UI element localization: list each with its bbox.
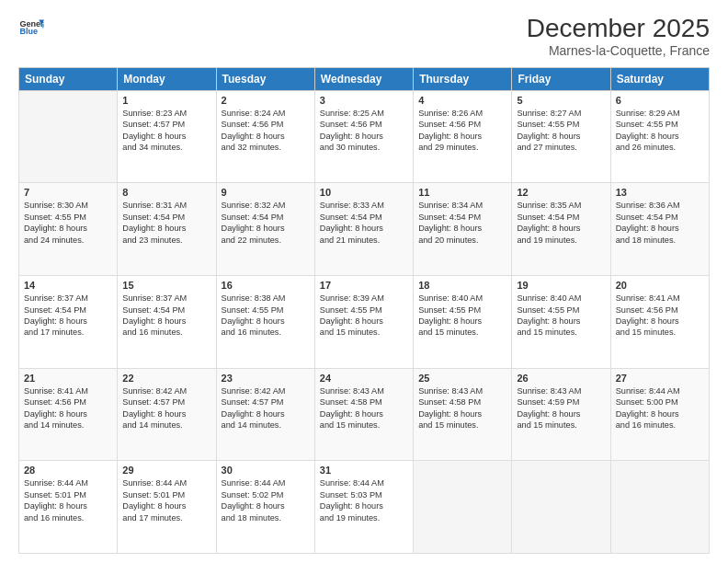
- cell-content: Sunrise: 8:27 AMSunset: 4:55 PMDaylight:…: [517, 108, 605, 154]
- cell-content: Sunrise: 8:43 AMSunset: 4:58 PMDaylight:…: [320, 385, 408, 431]
- calendar-cell: 25Sunrise: 8:43 AMSunset: 4:58 PMDayligh…: [414, 368, 512, 461]
- day-number: 9: [222, 187, 310, 198]
- cell-content: Sunrise: 8:32 AMSunset: 4:54 PMDaylight:…: [222, 200, 310, 246]
- week-row-1: 1Sunrise: 8:23 AMSunset: 4:57 PMDaylight…: [19, 90, 710, 183]
- day-number: 15: [122, 280, 210, 291]
- calendar-cell: [610, 461, 709, 554]
- cell-content: Sunrise: 8:37 AMSunset: 4:54 PMDaylight:…: [122, 293, 210, 339]
- cell-content: Sunrise: 8:24 AMSunset: 4:56 PMDaylight:…: [222, 108, 310, 154]
- calendar-cell: 10Sunrise: 8:33 AMSunset: 4:54 PMDayligh…: [314, 183, 413, 276]
- day-number: 22: [122, 373, 210, 384]
- day-header-saturday: Saturday: [610, 67, 709, 90]
- cell-content: Sunrise: 8:43 AMSunset: 4:58 PMDaylight:…: [418, 385, 506, 431]
- cell-content: Sunrise: 8:44 AMSunset: 5:03 PMDaylight:…: [320, 477, 408, 523]
- month-title: December 2025: [527, 15, 710, 43]
- calendar-cell: 24Sunrise: 8:43 AMSunset: 4:58 PMDayligh…: [314, 368, 413, 461]
- cell-content: Sunrise: 8:37 AMSunset: 4:54 PMDaylight:…: [24, 293, 112, 339]
- cell-content: Sunrise: 8:42 AMSunset: 4:57 PMDaylight:…: [222, 385, 310, 431]
- calendar-cell: 4Sunrise: 8:26 AMSunset: 4:56 PMDaylight…: [414, 90, 512, 183]
- cell-content: Sunrise: 8:30 AMSunset: 4:55 PMDaylight:…: [24, 200, 112, 246]
- calendar-cell: 17Sunrise: 8:39 AMSunset: 4:55 PMDayligh…: [314, 276, 413, 369]
- cell-content: Sunrise: 8:43 AMSunset: 4:59 PMDaylight:…: [517, 385, 605, 431]
- calendar-cell: [19, 90, 118, 183]
- cell-content: Sunrise: 8:25 AMSunset: 4:56 PMDaylight:…: [320, 108, 408, 154]
- calendar-cell: 21Sunrise: 8:41 AMSunset: 4:56 PMDayligh…: [19, 368, 118, 461]
- week-row-3: 14Sunrise: 8:37 AMSunset: 4:54 PMDayligh…: [19, 276, 710, 369]
- day-number: 16: [222, 280, 310, 291]
- day-number: 26: [517, 373, 605, 384]
- calendar-cell: 5Sunrise: 8:27 AMSunset: 4:55 PMDaylight…: [512, 90, 610, 183]
- calendar-cell: 18Sunrise: 8:40 AMSunset: 4:55 PMDayligh…: [414, 276, 512, 369]
- location: Marnes-la-Coquette, France: [527, 43, 710, 58]
- day-number: 1: [122, 95, 210, 106]
- header-row: SundayMondayTuesdayWednesdayThursdayFrid…: [19, 67, 710, 90]
- cell-content: Sunrise: 8:44 AMSunset: 5:02 PMDaylight:…: [222, 477, 310, 523]
- calendar-cell: 28Sunrise: 8:44 AMSunset: 5:01 PMDayligh…: [19, 461, 118, 554]
- day-header-thursday: Thursday: [414, 67, 512, 90]
- day-number: 23: [222, 373, 310, 384]
- day-number: 20: [616, 280, 704, 291]
- calendar-cell: 31Sunrise: 8:44 AMSunset: 5:03 PMDayligh…: [314, 461, 413, 554]
- day-number: 6: [616, 95, 704, 106]
- logo: General Blue: [18, 15, 44, 40]
- cell-content: Sunrise: 8:41 AMSunset: 4:56 PMDaylight:…: [24, 385, 112, 431]
- calendar-cell: 7Sunrise: 8:30 AMSunset: 4:55 PMDaylight…: [19, 183, 118, 276]
- day-number: 25: [418, 373, 506, 384]
- cell-content: Sunrise: 8:44 AMSunset: 5:01 PMDaylight:…: [122, 477, 210, 523]
- cell-content: Sunrise: 8:23 AMSunset: 4:57 PMDaylight:…: [122, 108, 210, 154]
- day-number: 3: [320, 95, 408, 106]
- calendar-cell: 8Sunrise: 8:31 AMSunset: 4:54 PMDaylight…: [118, 183, 216, 276]
- cell-content: Sunrise: 8:40 AMSunset: 4:55 PMDaylight:…: [418, 293, 506, 339]
- calendar-cell: 15Sunrise: 8:37 AMSunset: 4:54 PMDayligh…: [118, 276, 216, 369]
- week-row-4: 21Sunrise: 8:41 AMSunset: 4:56 PMDayligh…: [19, 368, 710, 461]
- calendar-cell: [512, 461, 610, 554]
- calendar-cell: 1Sunrise: 8:23 AMSunset: 4:57 PMDaylight…: [118, 90, 216, 183]
- cell-content: Sunrise: 8:33 AMSunset: 4:54 PMDaylight:…: [320, 200, 408, 246]
- calendar-cell: 6Sunrise: 8:29 AMSunset: 4:55 PMDaylight…: [610, 90, 709, 183]
- calendar-cell: 13Sunrise: 8:36 AMSunset: 4:54 PMDayligh…: [610, 183, 709, 276]
- day-number: 18: [418, 280, 506, 291]
- day-number: 21: [24, 373, 112, 384]
- header: General Blue December 2025 Marnes-la-Coq…: [18, 15, 710, 58]
- logo-icon: General Blue: [18, 15, 44, 40]
- cell-content: Sunrise: 8:44 AMSunset: 5:00 PMDaylight:…: [616, 385, 704, 431]
- calendar-cell: 14Sunrise: 8:37 AMSunset: 4:54 PMDayligh…: [19, 276, 118, 369]
- calendar-cell: 16Sunrise: 8:38 AMSunset: 4:55 PMDayligh…: [216, 276, 314, 369]
- calendar-cell: 23Sunrise: 8:42 AMSunset: 4:57 PMDayligh…: [216, 368, 314, 461]
- cell-content: Sunrise: 8:38 AMSunset: 4:55 PMDaylight:…: [222, 293, 310, 339]
- title-block: December 2025 Marnes-la-Coquette, France: [527, 15, 710, 58]
- week-row-2: 7Sunrise: 8:30 AMSunset: 4:55 PMDaylight…: [19, 183, 710, 276]
- day-number: 24: [320, 373, 408, 384]
- day-header-wednesday: Wednesday: [314, 67, 413, 90]
- day-number: 2: [222, 95, 310, 106]
- day-number: 17: [320, 280, 408, 291]
- day-number: 31: [320, 465, 408, 476]
- day-header-sunday: Sunday: [19, 67, 118, 90]
- calendar-cell: 29Sunrise: 8:44 AMSunset: 5:01 PMDayligh…: [118, 461, 216, 554]
- cell-content: Sunrise: 8:26 AMSunset: 4:56 PMDaylight:…: [418, 108, 506, 154]
- day-header-monday: Monday: [118, 67, 216, 90]
- calendar-cell: 11Sunrise: 8:34 AMSunset: 4:54 PMDayligh…: [414, 183, 512, 276]
- day-number: 7: [24, 187, 112, 198]
- calendar-cell: 30Sunrise: 8:44 AMSunset: 5:02 PMDayligh…: [216, 461, 314, 554]
- cell-content: Sunrise: 8:31 AMSunset: 4:54 PMDaylight:…: [122, 200, 210, 246]
- cell-content: Sunrise: 8:41 AMSunset: 4:56 PMDaylight:…: [616, 293, 704, 339]
- day-number: 14: [24, 280, 112, 291]
- day-header-tuesday: Tuesday: [216, 67, 314, 90]
- calendar-cell: 19Sunrise: 8:40 AMSunset: 4:55 PMDayligh…: [512, 276, 610, 369]
- day-number: 10: [320, 187, 408, 198]
- day-number: 29: [122, 465, 210, 476]
- svg-text:Blue: Blue: [19, 27, 38, 36]
- day-number: 30: [222, 465, 310, 476]
- calendar-cell: 12Sunrise: 8:35 AMSunset: 4:54 PMDayligh…: [512, 183, 610, 276]
- day-number: 11: [418, 187, 506, 198]
- cell-content: Sunrise: 8:35 AMSunset: 4:54 PMDaylight:…: [517, 200, 605, 246]
- cell-content: Sunrise: 8:36 AMSunset: 4:54 PMDaylight:…: [616, 200, 704, 246]
- calendar-cell: 20Sunrise: 8:41 AMSunset: 4:56 PMDayligh…: [610, 276, 709, 369]
- calendar-cell: 26Sunrise: 8:43 AMSunset: 4:59 PMDayligh…: [512, 368, 610, 461]
- day-header-friday: Friday: [512, 67, 610, 90]
- week-row-5: 28Sunrise: 8:44 AMSunset: 5:01 PMDayligh…: [19, 461, 710, 554]
- cell-content: Sunrise: 8:44 AMSunset: 5:01 PMDaylight:…: [24, 477, 112, 523]
- calendar-cell: 27Sunrise: 8:44 AMSunset: 5:00 PMDayligh…: [610, 368, 709, 461]
- calendar-cell: 9Sunrise: 8:32 AMSunset: 4:54 PMDaylight…: [216, 183, 314, 276]
